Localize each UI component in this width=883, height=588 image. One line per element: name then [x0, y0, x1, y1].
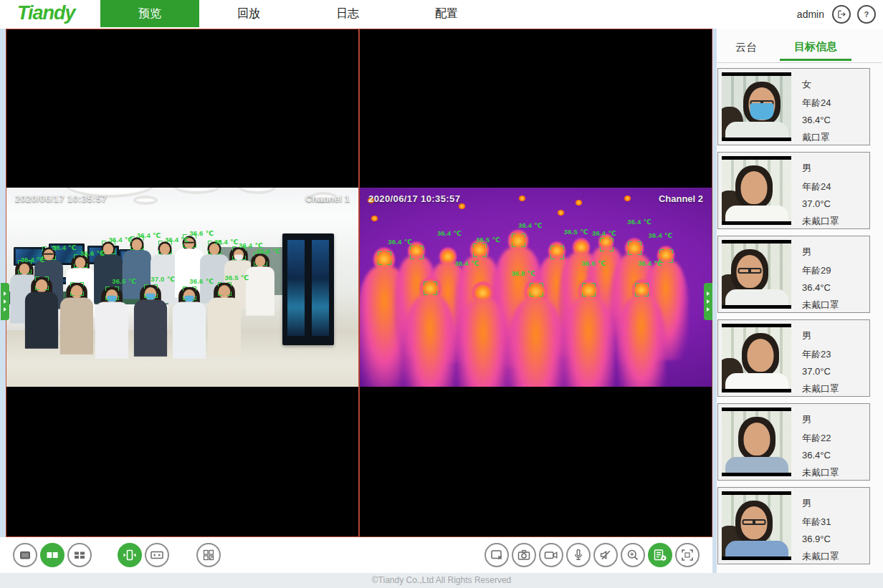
temperature-overlay: 36.6 ℃ — [80, 249, 105, 257]
nav-tab-0[interactable]: 预览 — [100, 0, 199, 27]
target-mask: 未戴口罩 — [802, 466, 839, 479]
record-icon — [543, 546, 560, 564]
timestamp-channel-1: 2020/06/17 10:35:57 — [15, 193, 107, 204]
target-shoulders — [725, 289, 788, 309]
mic-icon — [570, 546, 587, 564]
temperature-overlay: 36.4 ℃ — [638, 259, 662, 267]
main-area: 2020/06/17 10:35:57 Channel 1 36.4 ℃36.4… — [0, 29, 883, 573]
target-age: 年龄24 — [802, 180, 839, 193]
temperature-overlay: 36.6 ℃ — [257, 247, 281, 255]
mute-button[interactable] — [593, 543, 618, 567]
original-ratio-icon — [148, 546, 166, 564]
temperature-overlay: 36.5 ℃ — [564, 228, 588, 236]
snapshot-icon — [515, 546, 533, 564]
target-mask: 未戴口罩 — [802, 215, 839, 228]
target-temp: 36.4°C — [802, 115, 831, 125]
collapse-handle-left[interactable] — [1, 283, 9, 320]
toolbar-control-group — [485, 543, 700, 567]
close-all-icon — [488, 546, 505, 564]
temperature-overlay: 36.5 ℃ — [112, 277, 136, 285]
help-button[interactable]: ? — [857, 5, 876, 24]
face-mask — [750, 103, 774, 120]
temperature-overlay: 36.4 ℃ — [388, 238, 412, 246]
target-gender: 女 — [802, 78, 831, 91]
target-info-icon — [651, 546, 669, 564]
channel-grid-button[interactable] — [196, 543, 221, 567]
target-mask: 未戴口罩 — [802, 299, 839, 312]
temperature-overlay: 36.4 ℃ — [437, 229, 462, 237]
target-temp: 37.0°C — [802, 366, 839, 377]
target-photo — [722, 240, 791, 309]
brand-logo: Tiandy — [17, 2, 75, 24]
temperature-overlay: 36.5 ℃ — [476, 236, 500, 244]
layout-single-button[interactable] — [13, 543, 37, 567]
mic-button[interactable] — [566, 543, 591, 567]
target-gender: 男 — [802, 162, 839, 175]
target-card[interactable]: 男 年龄24 37.0°C 未戴口罩 — [717, 152, 870, 229]
temperature-overlay: 36.6 ℃ — [189, 277, 214, 285]
copyright-text: ©Tiandy Co.,Ltd All Rights Reserved — [372, 575, 511, 585]
target-gender: 男 — [802, 497, 839, 510]
channel-1-video: 2020/06/17 10:35:57 Channel 1 36.4 ℃36.4… — [6, 188, 358, 387]
target-card[interactable]: 男 年龄31 36.9°C 未戴口罩 — [717, 487, 870, 564]
target-gender: 男 — [802, 246, 839, 259]
temperature-overlay: 36.4 ℃ — [627, 218, 651, 226]
stretch-fill-button[interactable] — [118, 543, 142, 567]
target-shoulders — [725, 122, 788, 141]
nav-tab-1[interactable]: 回放 — [199, 0, 298, 27]
target-temp: 36.4°C — [802, 450, 839, 461]
original-ratio-button[interactable] — [145, 543, 169, 567]
target-age: 年龄22 — [802, 432, 839, 445]
target-shoulders — [725, 541, 788, 560]
temperature-overlay: 36.5 ℃ — [224, 274, 249, 281]
temperature-overlay: 36.4 ℃ — [165, 236, 189, 244]
help-icon: ? — [860, 8, 873, 21]
close-all-button[interactable] — [485, 543, 509, 567]
video-pane-channel-2[interactable]: 2020/06/17 10:35:57 Channel 2 36.4 ℃36.4… — [359, 29, 712, 537]
target-temp: 36.9°C — [802, 534, 839, 544]
target-info-button[interactable] — [648, 543, 672, 567]
top-nav: Tiandy 预览回放日志配置 admin ? — [0, 0, 883, 29]
target-info: 女 年龄24 36.4°C 戴口罩 — [791, 69, 831, 145]
target-card[interactable]: 男 年龄23 37.0°C 未戴口罩 — [717, 319, 870, 397]
temperature-overlay: 36.4 ℃ — [137, 231, 161, 239]
target-face — [743, 423, 770, 456]
zoom-in-button[interactable] — [621, 543, 645, 567]
channel-grid-icon — [200, 546, 217, 564]
sidebar-tabs: 云台目标信息 — [731, 36, 851, 61]
target-temp: 37.0°C — [802, 198, 839, 209]
layout-dual-button[interactable] — [40, 543, 65, 567]
layout-single-icon — [16, 546, 34, 564]
sidebar-tab-ptz[interactable]: 云台 — [731, 37, 761, 61]
target-photo — [722, 156, 791, 225]
glasses — [742, 519, 765, 525]
temperature-overlay: 36.6 ℃ — [581, 259, 606, 267]
target-age: 年龄23 — [802, 348, 839, 361]
nav-tab-3[interactable]: 配置 — [397, 0, 496, 27]
target-card[interactable]: 男 年龄29 36.4°C 未戴口罩 — [717, 236, 870, 313]
layout-quad-button[interactable] — [67, 543, 92, 567]
record-button[interactable] — [539, 543, 563, 567]
sidebar-divider — [717, 62, 882, 63]
footer: ©Tiandy Co.,Ltd All Rights Reserved — [0, 573, 883, 588]
zoom-in-icon — [624, 546, 641, 564]
target-photo — [722, 491, 791, 560]
target-photo — [722, 72, 791, 141]
sidebar-tab-target-info[interactable]: 目标信息 — [780, 36, 851, 61]
target-card[interactable]: 女 年龄24 36.4°C 戴口罩 — [717, 68, 870, 145]
target-card[interactable]: 男 年龄22 36.4°C 未戴口罩 — [717, 403, 870, 481]
temperature-overlay: 36.4 ℃ — [649, 231, 673, 239]
logout-button[interactable] — [832, 5, 851, 24]
collapse-handle-right[interactable] — [704, 283, 712, 320]
snapshot-button[interactable] — [512, 543, 536, 567]
logout-icon — [835, 8, 848, 21]
sidebar: 云台目标信息 女 年龄24 36.4°C 戴口罩 男 — [712, 29, 883, 573]
digital-zoom-button[interactable] — [675, 543, 700, 567]
layout-dual-icon — [44, 546, 61, 564]
nav-tab-2[interactable]: 日志 — [298, 0, 397, 27]
video-pane-channel-1[interactable]: 2020/06/17 10:35:57 Channel 1 36.4 ℃36.4… — [6, 29, 359, 537]
toolbar-layout-group — [13, 543, 221, 567]
digital-zoom-icon — [679, 546, 696, 564]
target-mask: 未戴口罩 — [802, 550, 839, 563]
channel-2-label: Channel 2 — [659, 193, 703, 204]
